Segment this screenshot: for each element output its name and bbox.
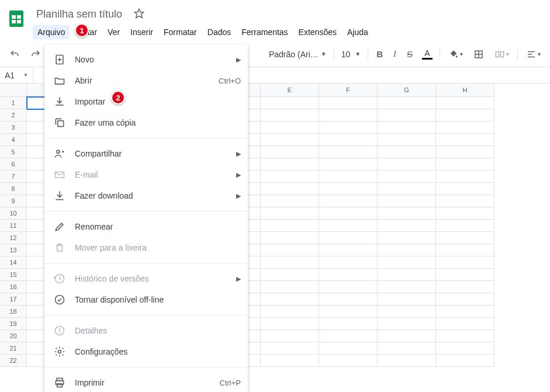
cell[interactable] [436, 207, 494, 220]
cell[interactable] [319, 318, 378, 330]
italic-button[interactable]: I [389, 46, 401, 63]
row-header[interactable]: 6 [0, 158, 27, 171]
row-header[interactable]: 20 [0, 330, 27, 342]
select-all-corner[interactable] [0, 84, 27, 97]
bold-button[interactable]: B [372, 46, 388, 63]
row-header[interactable]: 3 [0, 122, 27, 134]
cell[interactable] [436, 281, 494, 293]
star-icon[interactable] [130, 5, 148, 24]
horizontal-align-button[interactable]: ▾ [521, 46, 545, 63]
cell[interactable] [378, 158, 436, 171]
row-header[interactable]: 12 [0, 232, 27, 244]
cell[interactable] [436, 232, 494, 244]
cell[interactable] [378, 183, 436, 195]
fill-color-button[interactable]: ▾ [444, 46, 468, 63]
cell[interactable] [378, 195, 436, 207]
cell[interactable] [378, 220, 436, 232]
cell[interactable] [378, 122, 436, 134]
row-header[interactable]: 16 [0, 281, 27, 293]
font-size-select[interactable]: 10 ▼ [338, 47, 364, 61]
cell[interactable] [319, 134, 378, 146]
cell[interactable] [261, 134, 319, 146]
document-title[interactable]: Planilha sem título [33, 7, 126, 22]
cell[interactable] [319, 330, 378, 342]
cell[interactable] [261, 195, 319, 207]
row-header[interactable]: 21 [0, 342, 27, 355]
menu-item-copy[interactable]: Fazer uma cópia [44, 112, 248, 133]
cell[interactable] [378, 244, 436, 256]
cell[interactable] [378, 207, 436, 220]
cell[interactable] [319, 342, 378, 355]
cell[interactable] [319, 281, 378, 293]
cell[interactable] [378, 281, 436, 293]
row-header[interactable]: 18 [0, 306, 27, 318]
menu-item-new[interactable]: Novo▶ [44, 49, 248, 70]
cell[interactable] [436, 109, 494, 122]
cell[interactable] [319, 158, 378, 171]
row-header[interactable]: 14 [0, 256, 27, 269]
cell[interactable] [319, 232, 378, 244]
cell[interactable] [436, 122, 494, 134]
menu-item-print[interactable]: ImprimirCtrl+P [44, 372, 248, 392]
cell[interactable] [319, 195, 378, 207]
row-header[interactable]: 17 [0, 293, 27, 306]
cell[interactable] [378, 256, 436, 269]
name-box[interactable]: A1 ▼ [0, 68, 33, 82]
row-header[interactable]: 15 [0, 269, 27, 281]
cell[interactable] [436, 256, 494, 269]
row-header[interactable]: 13 [0, 244, 27, 256]
menu-item-offline[interactable]: Tornar disponível off-line [44, 289, 248, 310]
cell[interactable] [319, 244, 378, 256]
row-header[interactable]: 22 [0, 355, 27, 367]
row-header[interactable]: 8 [0, 183, 27, 195]
cell[interactable] [261, 355, 319, 367]
cell[interactable] [378, 97, 436, 109]
menu-item-download[interactable]: Fazer download▶ [44, 185, 248, 206]
cell[interactable] [319, 122, 378, 134]
strikethrough-button[interactable]: S [402, 46, 417, 63]
row-header[interactable]: 4 [0, 134, 27, 146]
text-color-button[interactable]: A [418, 46, 436, 62]
column-header[interactable]: F [319, 84, 378, 97]
cell[interactable] [261, 293, 319, 306]
cell[interactable] [436, 220, 494, 232]
cell[interactable] [436, 318, 494, 330]
merge-cells-button[interactable]: ▾ [490, 46, 514, 63]
cell[interactable] [319, 97, 378, 109]
cell[interactable] [261, 207, 319, 220]
row-header[interactable]: 9 [0, 195, 27, 207]
menubar-item-inserir[interactable]: Inserir [126, 25, 158, 39]
cell[interactable] [436, 330, 494, 342]
redo-button[interactable] [26, 46, 46, 63]
menu-item-share[interactable]: Compartilhar▶ [44, 143, 248, 164]
cell[interactable] [436, 195, 494, 207]
menubar-item-ajuda[interactable]: Ajuda [343, 25, 373, 39]
cell[interactable] [436, 269, 494, 281]
row-header[interactable]: 11 [0, 220, 27, 232]
row-header[interactable]: 5 [0, 146, 27, 158]
cell[interactable] [319, 207, 378, 220]
cell[interactable] [261, 158, 319, 171]
cell[interactable] [436, 146, 494, 158]
cell[interactable] [261, 183, 319, 195]
cell[interactable] [319, 293, 378, 306]
cell[interactable] [261, 109, 319, 122]
cell[interactable] [436, 134, 494, 146]
cell[interactable] [261, 97, 319, 109]
cell[interactable] [319, 256, 378, 269]
cell[interactable] [261, 244, 319, 256]
cell[interactable] [261, 171, 319, 183]
cell[interactable] [436, 158, 494, 171]
row-header[interactable]: 2 [0, 109, 27, 122]
menubar-item-ver[interactable]: Ver [103, 25, 124, 39]
menu-item-open[interactable]: AbrirCtrl+O [44, 70, 248, 91]
menubar-item-extensões[interactable]: Extensões [294, 25, 341, 39]
cell[interactable] [319, 220, 378, 232]
cell[interactable] [261, 256, 319, 269]
cell[interactable] [378, 109, 436, 122]
column-header[interactable]: G [378, 84, 436, 97]
cell[interactable] [436, 97, 494, 109]
cell[interactable] [378, 318, 436, 330]
menubar-item-dados[interactable]: Dados [203, 25, 236, 39]
cell[interactable] [319, 355, 378, 367]
